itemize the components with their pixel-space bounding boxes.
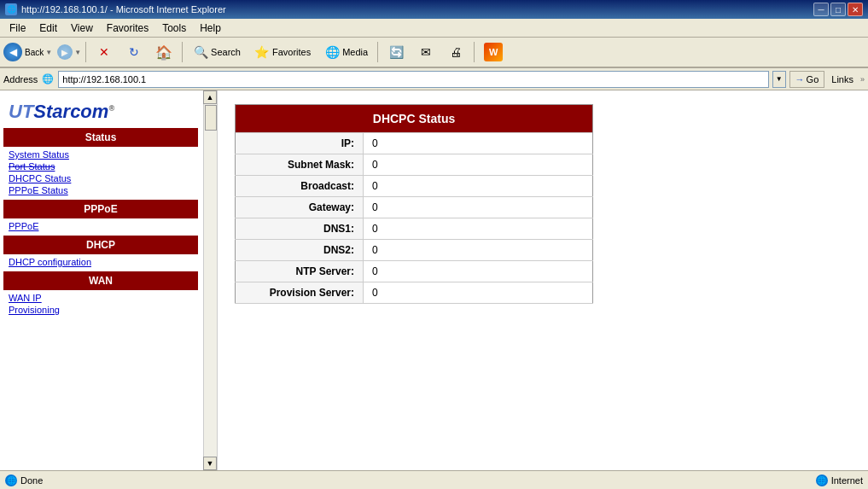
- mail-icon: ✉: [417, 44, 434, 61]
- link-pppoe[interactable]: PPPoE: [0, 220, 201, 232]
- scroll-up[interactable]: ▲: [203, 90, 217, 104]
- print-icon: 🖨: [447, 44, 464, 61]
- print-button[interactable]: 🖨: [442, 41, 469, 63]
- link-provisioning[interactable]: Provisioning: [0, 304, 201, 316]
- toolbar: ◀ Back ▼ ▶ ▼ ✕ ↻ 🏠 🔍 Search ⭐ Favorites …: [0, 38, 868, 68]
- zone-text: Internet: [831, 475, 863, 486]
- media-button[interactable]: 🌐 Media: [318, 41, 373, 63]
- section-pppoe: PPPoE: [3, 200, 198, 218]
- stop-button[interactable]: ✕: [90, 41, 118, 63]
- link-system-status[interactable]: System Status: [0, 148, 201, 160]
- links-button[interactable]: Links: [828, 73, 857, 85]
- main-content: ▲ ▼ UTStarcom® Status System Status Port…: [0, 90, 868, 470]
- dhcp-value-2: 0: [364, 176, 593, 197]
- dhcp-value-3: 0: [364, 197, 593, 218]
- stop-icon: ✕: [96, 44, 113, 61]
- section-status: Status: [3, 128, 198, 147]
- logo: UTStarcom®: [0, 97, 201, 125]
- dhcp-label-4: DNS1:: [236, 218, 364, 240]
- fwd-dropdown-arrow[interactable]: ▼: [74, 49, 81, 56]
- dhcp-value-6: 0: [364, 261, 593, 282]
- link-wan-ip[interactable]: WAN IP: [0, 292, 201, 304]
- scrollbar-thumb[interactable]: [205, 105, 217, 131]
- logo-reg: ®: [108, 104, 114, 113]
- dhcp-label-3: Gateway:: [236, 197, 364, 218]
- sep2: [182, 42, 183, 62]
- address-bar: Address 🌐 ▼ → Go Links »: [0, 68, 868, 90]
- search-label: Search: [211, 47, 241, 57]
- mail-button[interactable]: ✉: [412, 41, 440, 63]
- media-icon: 🌐: [323, 44, 341, 61]
- dhcpc-title: DHCPC Status: [236, 105, 593, 133]
- menu-edit[interactable]: Edit: [33, 20, 63, 37]
- internet-icon: 🌐: [816, 474, 828, 486]
- back-label: Back: [25, 48, 44, 57]
- home-button[interactable]: 🏠: [150, 41, 178, 63]
- dhcp-label-5: DNS2:: [236, 240, 364, 261]
- menu-favorites[interactable]: Favorites: [101, 20, 154, 37]
- dhcp-row: NTP Server: 0: [236, 261, 593, 282]
- link-dhcp-config[interactable]: DHCP configuration: [0, 256, 201, 268]
- menu-bar: File Edit View Favorites Tools Help: [0, 19, 868, 38]
- minimize-button[interactable]: ─: [813, 3, 829, 16]
- menu-help[interactable]: Help: [194, 20, 227, 37]
- sep3: [377, 42, 378, 62]
- address-dropdown[interactable]: ▼: [772, 71, 786, 88]
- window-controls: ─ □ ✕: [813, 3, 863, 16]
- dhcp-label-0: IP:: [236, 133, 364, 154]
- sidebar: ▲ ▼ UTStarcom® Status System Status Port…: [0, 90, 218, 470]
- sep1: [85, 42, 86, 62]
- maximize-button[interactable]: □: [830, 3, 846, 16]
- menu-view[interactable]: View: [65, 20, 99, 37]
- forward-button[interactable]: ▶: [57, 44, 73, 60]
- title-bar: 🌐 http://192.168.100.1/ - Microsoft Inte…: [0, 0, 868, 19]
- go-label: Go: [807, 74, 819, 84]
- refresh-button[interactable]: ↻: [120, 41, 148, 63]
- dhcp-value-0: 0: [364, 133, 593, 154]
- menu-file[interactable]: File: [3, 20, 32, 37]
- link-pppoe-status[interactable]: PPPoE Status: [0, 184, 201, 196]
- media-label: Media: [342, 47, 368, 57]
- dhcp-row: Subnet Mask: 0: [236, 154, 593, 176]
- close-button[interactable]: ✕: [848, 3, 863, 16]
- search-button[interactable]: 🔍 Search: [187, 41, 246, 63]
- history-icon: 🔄: [387, 44, 405, 61]
- dhcp-value-5: 0: [364, 240, 593, 261]
- favorites-label: Favorites: [272, 47, 311, 57]
- go-arrow: →: [795, 74, 805, 84]
- scroll-down[interactable]: ▼: [203, 457, 217, 470]
- favorites-button[interactable]: ⭐ Favorites: [248, 41, 316, 63]
- dhcpc-table: DHCPC Status IP: 0 Subnet Mask: 0 Broadc…: [235, 104, 593, 304]
- back-forward-group: ◀ Back ▼ ▶ ▼: [3, 43, 81, 61]
- home-icon: 🏠: [155, 44, 172, 61]
- dhcp-row: DNS2: 0: [236, 240, 593, 261]
- page-icon: 🌐: [41, 73, 55, 86]
- wlive-button[interactable]: W: [479, 40, 508, 64]
- status-icon: 🌐: [5, 474, 17, 486]
- status-text: Done: [20, 475, 43, 486]
- link-port-status[interactable]: Port Status: [0, 160, 201, 172]
- dhcp-label-1: Subnet Mask:: [236, 154, 364, 176]
- dhcp-row: Provision Server: 0: [236, 282, 593, 304]
- search-icon: 🔍: [192, 44, 209, 61]
- dhcp-row: DNS1: 0: [236, 218, 593, 240]
- address-input[interactable]: [58, 71, 768, 88]
- scrollbar-track: [203, 104, 217, 457]
- favorites-icon: ⭐: [253, 44, 271, 61]
- links-chevron: »: [860, 75, 865, 84]
- go-button[interactable]: → Go: [789, 71, 825, 88]
- dhcp-label-2: Broadcast:: [236, 176, 364, 197]
- dhcp-row: Gateway: 0: [236, 197, 593, 218]
- back-dropdown-arrow[interactable]: ▼: [45, 49, 52, 56]
- dhcp-label-7: Provision Server:: [236, 282, 364, 304]
- logo-ut: UT: [9, 101, 33, 122]
- dhcp-row: Broadcast: 0: [236, 176, 593, 197]
- link-dhcpc-status[interactable]: DHCPC Status: [0, 172, 201, 184]
- menu-tools[interactable]: Tools: [156, 20, 192, 37]
- history-button[interactable]: 🔄: [382, 41, 410, 63]
- section-wan: WAN: [3, 271, 198, 290]
- address-label: Address: [3, 74, 38, 84]
- dhcp-label-6: NTP Server:: [236, 261, 364, 282]
- back-button[interactable]: ◀: [3, 43, 22, 61]
- sep4: [474, 42, 475, 62]
